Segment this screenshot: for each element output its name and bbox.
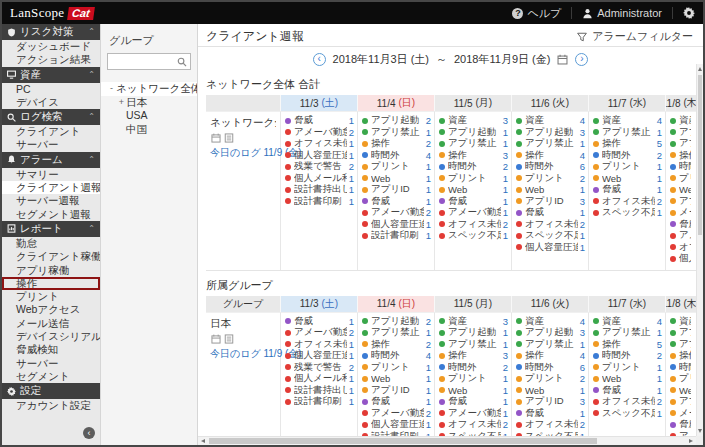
sidebar-item[interactable]: プリント	[2, 290, 100, 303]
list-view-icon[interactable]	[224, 133, 234, 143]
alarm-item[interactable]: 個人容量圧迫	[670, 253, 693, 265]
alarm-count: 1	[580, 242, 585, 253]
sidebar-item[interactable]: PC	[2, 83, 100, 96]
asset-icon	[7, 70, 16, 79]
group-tree-item[interactable]: USA	[101, 109, 197, 123]
alarm-item[interactable]: 設計書印刷1	[362, 230, 431, 242]
sidebar-item[interactable]: アカウント設定	[2, 399, 100, 412]
sidebar-item[interactable]: メール送信	[2, 317, 100, 330]
scroll-down-arrow-icon[interactable]	[698, 429, 702, 433]
header-weekday: (土)	[322, 297, 339, 311]
alarm-item[interactable]: 設計書印刷1	[285, 396, 354, 408]
alarm-item[interactable]: 設計書印刷1	[285, 196, 354, 208]
alarm-item[interactable]: プリント1	[593, 362, 662, 374]
sidebar-section-alarm[interactable]: アラーム⌃	[2, 152, 100, 168]
sidebar-item[interactable]: 脅威検知	[2, 343, 100, 356]
sidebar-item[interactable]: サマリー	[2, 168, 100, 181]
alarm-count: 2	[426, 138, 431, 149]
alarm-item[interactable]: スペック不足1	[593, 408, 662, 420]
vertical-scrollbar-thumb[interactable]	[698, 75, 702, 235]
calendar-view-icon[interactable]	[211, 133, 221, 143]
alarm-item[interactable]: プリント1	[439, 373, 508, 385]
search-icon[interactable]	[177, 57, 187, 67]
prev-week-button[interactable]: ‹	[313, 53, 326, 66]
table-header-day: 11/3(土)	[281, 95, 358, 111]
alarm-status-dot	[516, 233, 522, 239]
scroll-up-arrow-icon[interactable]	[698, 67, 702, 71]
next-week-button[interactable]: ›	[575, 53, 588, 66]
sidebar-item[interactable]: ダッシュボード	[2, 40, 100, 53]
alarm-status-dot	[362, 399, 368, 405]
horizontal-scrollbar-thumb[interactable]	[209, 438, 597, 444]
alarm-count: 2	[349, 127, 354, 138]
vertical-scrollbar[interactable]	[696, 64, 703, 436]
settings-menu-button[interactable]	[683, 7, 695, 19]
help-button[interactable]: ? ヘルプ	[512, 6, 561, 21]
sidebar-item[interactable]: クライアント	[2, 125, 100, 138]
sidebar-item[interactable]: 操作	[2, 277, 100, 290]
today-log-link[interactable]: 今日のログ 11/9 (金)	[210, 347, 276, 361]
sidebar-collapse-button[interactable]: ‹	[83, 427, 95, 439]
tree-expander-icon[interactable]: -	[107, 82, 116, 96]
scroll-right-arrow-icon[interactable]	[689, 439, 693, 443]
alarm-name: 設計書印刷	[294, 195, 347, 208]
alarm-status-dot	[439, 341, 445, 347]
alarm-status-dot	[362, 198, 368, 204]
list-view-icon[interactable]	[224, 334, 234, 344]
alarm-item[interactable]: スペック不足1	[593, 207, 662, 219]
sidebar-item[interactable]: アクション結果	[2, 53, 100, 66]
alarm-item[interactable]: プリント	[670, 173, 693, 185]
alarm-item[interactable]: プリント2	[516, 173, 585, 185]
calendar-view-icon[interactable]	[211, 334, 221, 344]
sidebar-item[interactable]: サーバー	[2, 357, 100, 370]
today-log-link[interactable]: 今日のログ 11/9 (金)	[210, 146, 276, 160]
alarm-filter-button[interactable]: アラームフィルター	[577, 29, 693, 44]
sidebar-item[interactable]: セグメント	[2, 370, 100, 383]
sidebar-section-asset[interactable]: 資産⌃	[2, 67, 100, 83]
main-header: クライアント週報 アラームフィルター	[198, 24, 703, 47]
alarm-count: 3	[580, 396, 585, 407]
scroll-left-arrow-icon[interactable]	[201, 439, 205, 443]
calendar-icon[interactable]	[557, 54, 568, 65]
sidebar-item[interactable]: アプリ稼働	[2, 264, 100, 277]
sidebar-item[interactable]: サーバー	[2, 138, 100, 151]
sidebar-item[interactable]: クライアント稼働	[2, 250, 100, 263]
group-search-input[interactable]	[111, 55, 177, 68]
sidebar-item[interactable]: デバイスシリアル	[2, 330, 100, 343]
sidebar-item[interactable]: クライアント週報	[2, 181, 100, 194]
group-tree-item[interactable]: +日本	[101, 96, 197, 110]
sidebar-item[interactable]: デバイス	[2, 96, 100, 109]
alarm-item[interactable]: プリント	[670, 373, 693, 385]
alarm-count: 4	[580, 316, 585, 327]
day-cell: 資産3アプリ起動1アプリ禁止1操作3時間外2プリント1Web1脅威1アメーバ勤怠…	[435, 312, 512, 437]
sidebar-section-report[interactable]: レポート⌃	[2, 221, 100, 237]
alarm-item[interactable]: プリント1	[593, 161, 662, 173]
alarm-count: 4	[426, 350, 431, 361]
alarm-count: 4	[426, 150, 431, 161]
group-tree-item[interactable]: 中国	[101, 123, 197, 137]
sidebar-item[interactable]: セグメント週報	[2, 208, 100, 221]
alarm-status-dot	[593, 330, 599, 336]
sidebar-section-log-search[interactable]: ログ検索⌃	[2, 109, 100, 125]
alarm-count: 2	[426, 207, 431, 218]
alarm-item[interactable]: プリント1	[362, 161, 431, 173]
alarm-item[interactable]: プリント1	[439, 173, 508, 185]
sidebar-item[interactable]: Webアクセス	[2, 303, 100, 316]
sidebar-item[interactable]: サーバー週報	[2, 194, 100, 207]
alarm-item[interactable]: 個人容量圧迫1	[516, 242, 585, 254]
user-menu[interactable]: Administrator	[582, 7, 662, 19]
group-tree: -ネットワーク全体+日本USA中国	[101, 82, 197, 136]
alarm-status-dot	[439, 152, 445, 158]
sidebar-section-settings[interactable]: 設定	[2, 383, 100, 399]
alarm-item[interactable]: スペック不足1	[439, 230, 508, 242]
sidebar-section-risk[interactable]: リスク対策⌃	[2, 24, 100, 40]
group-tree-item[interactable]: -ネットワーク全体	[101, 82, 197, 96]
sidebar-item[interactable]: 勤怠	[2, 237, 100, 250]
alarm-item[interactable]: プリント2	[516, 373, 585, 385]
alarm-status-dot	[670, 129, 676, 135]
alarm-count: 1	[426, 127, 431, 138]
alarm-item[interactable]: プリント1	[362, 362, 431, 374]
horizontal-scrollbar[interactable]	[198, 436, 696, 445]
tree-expander-icon[interactable]: +	[117, 96, 126, 110]
alarm-count: 3	[580, 327, 585, 338]
